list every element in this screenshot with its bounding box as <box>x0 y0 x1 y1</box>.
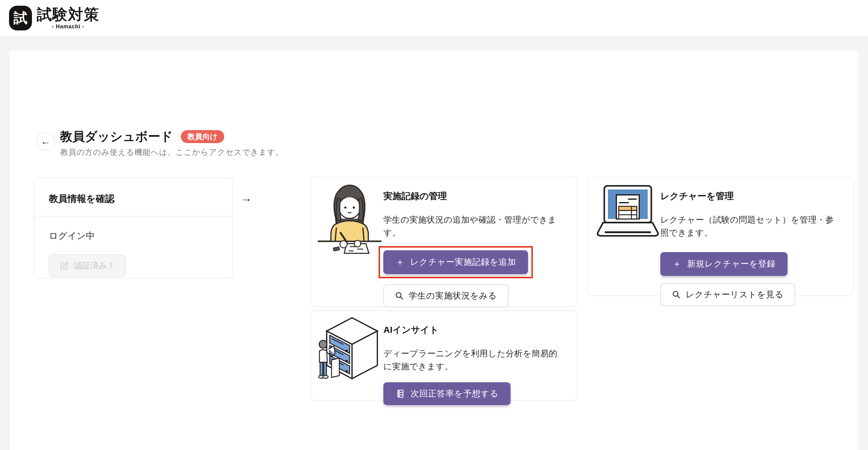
logo-mark-glyph: 試 <box>13 9 27 27</box>
logo-mark-icon: 試 <box>9 6 32 30</box>
ai-card-actions: 次回正答率を予想する <box>383 382 568 405</box>
ai-card-title: AIインサイト <box>383 324 568 336</box>
logo-text: 試験対策 - Hamachi - <box>37 7 99 29</box>
register-lecture-button-label: 新規レクチャーを登録 <box>687 258 775 269</box>
register-lecture-button[interactable]: ＋ 新規レクチャーを登録 <box>660 252 787 276</box>
ai-card-content: AIインサイト ディープラーニングを利用した分析を簡易的に実施できます。 次回正… <box>383 311 568 405</box>
plus-icon: ＋ <box>396 256 405 268</box>
view-status-button-label: 学生の実施状況をみる <box>409 290 497 301</box>
teacher-info-card: 教員情報を確認 ログイン中 認証済み！ <box>34 178 233 279</box>
server-person-illustration <box>316 315 381 382</box>
records-card-description: 学生の実施状況の追加や確認・管理ができます。 <box>383 213 568 239</box>
main-panel: ← 教員ダッシュボード 教員向け 教員の方のみ使える機能へは、ここからアクセスで… <box>10 51 858 450</box>
highlight-outline: ＋ レクチャー実施記録を追加 <box>378 246 533 278</box>
teacher-info-card-header: 教員情報を確認 <box>34 178 232 217</box>
plus-icon: ＋ <box>673 258 682 270</box>
lecture-card-content: レクチャーを管理 レクチャー（試験の問題セット）を管理・参照できます。 ＋ 新規… <box>660 178 845 306</box>
records-card-title: 実施記録の管理 <box>383 190 568 202</box>
lecture-card: レクチャーを管理 レクチャー（試験の問題セット）を管理・参照できます。 ＋ 新規… <box>587 177 854 296</box>
writing-person-illustration <box>318 182 381 261</box>
logo-title: 試験対策 <box>37 7 99 22</box>
laptop-illustration <box>595 184 660 238</box>
ai-card-description: ディープラーニングを利用した分析を簡易的に実施できます。 <box>383 347 564 373</box>
server-list-icon <box>396 389 405 398</box>
teacher-info-arrow-link[interactable]: → <box>241 192 252 204</box>
search-icon <box>672 290 681 299</box>
add-record-button-label: レクチャー実施記録を追加 <box>410 256 516 268</box>
lecture-list-button-label: レクチャーリストを見る <box>686 289 784 300</box>
search-icon <box>395 291 404 300</box>
verified-button-label: 認証済み！ <box>74 260 115 271</box>
verified-button: 認証済み！ <box>49 254 126 277</box>
lecture-card-actions: ＋ 新規レクチャーを登録 レクチャーリストを見る <box>660 252 845 306</box>
teacher-info-title: 教員情報を確認 <box>49 192 218 205</box>
app-header: 試 試験対策 - Hamachi - <box>0 0 868 36</box>
records-card-content: 実施記録の管理 学生の実施状況の追加や確認・管理ができます。 ＋ レクチャー実施… <box>383 178 568 332</box>
lecture-card-title: レクチャーを管理 <box>660 190 845 202</box>
page-header: 教員ダッシュボード 教員向け <box>60 128 224 145</box>
logo-subtitle: - Hamachi - <box>52 24 84 29</box>
lecture-card-description: レクチャー（試験の問題セット）を管理・参照できます。 <box>660 213 841 239</box>
predict-accuracy-button[interactable]: 次回正答率を予想する <box>383 382 510 405</box>
ai-insight-card: AIインサイト ディープラーニングを利用した分析を簡易的に実施できます。 次回正… <box>310 311 578 401</box>
records-card: 実施記録の管理 学生の実施状況の追加や確認・管理ができます。 ＋ レクチャー実施… <box>310 177 578 307</box>
login-status-label: ログイン中 <box>49 230 218 242</box>
edit-icon <box>60 261 69 270</box>
page-title: 教員ダッシュボード <box>60 128 173 145</box>
back-button[interactable]: ← <box>36 132 55 151</box>
back-arrow-icon: ← <box>41 136 50 147</box>
add-record-button[interactable]: ＋ レクチャー実施記録を追加 <box>383 250 528 274</box>
predict-accuracy-button-label: 次回正答率を予想する <box>410 388 498 399</box>
teacher-badge: 教員向け <box>181 130 224 143</box>
view-status-button[interactable]: 学生の実施状況をみる <box>383 284 508 307</box>
page-subtitle: 教員の方のみ使える機能へは、ここからアクセスできます。 <box>60 147 284 158</box>
lecture-list-button[interactable]: レクチャーリストを見る <box>660 283 795 306</box>
app-logo[interactable]: 試 試験対策 - Hamachi - <box>9 6 99 30</box>
teacher-info-card-body: ログイン中 認証済み！ <box>34 217 232 290</box>
